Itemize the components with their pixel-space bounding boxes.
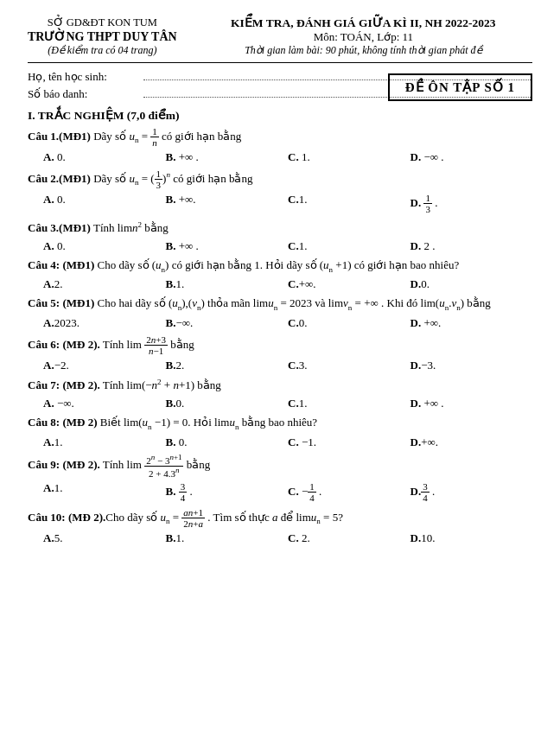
answer-10-d: D.10. bbox=[410, 531, 533, 545]
question-8: Câu 8: (MĐ 2) Biết lim(un −1) = 0. Hỏi l… bbox=[28, 415, 532, 433]
answer-10-b: B.1. bbox=[166, 531, 289, 545]
answer-10-a: A.5. bbox=[43, 531, 166, 545]
answer-7-c: C.1. bbox=[288, 397, 410, 410]
answer-2-c: C.1. bbox=[288, 193, 410, 214]
answers-7: A. −∞. B.0. C.1. D. +∞ . bbox=[43, 397, 532, 410]
answers-3: A. 0. B. +∞ . C.1. D. 2 . bbox=[43, 239, 532, 253]
question-7: Câu 7: (MĐ 2). Tính lim(−n2 + n+1) bằng bbox=[28, 377, 532, 394]
answer-8-d: D.+∞. bbox=[410, 435, 533, 449]
question-3: Câu 3.(MĐ1) Tính limn2 bằng bbox=[28, 219, 532, 237]
answer-2-b: B. +∞. bbox=[166, 193, 289, 214]
subject-info: Môn: TOÁN, Lớp: 11 bbox=[194, 30, 532, 44]
answer-7-b: B.0. bbox=[166, 397, 289, 410]
answer-6-a: A.−2. bbox=[43, 359, 166, 372]
question-5: Câu 5: (MĐ1) Cho hai dãy số (un),(vn) th… bbox=[28, 296, 532, 314]
answer-9-c: C. −14 . bbox=[288, 481, 410, 503]
school-name: TRƯỜNG THPT DUY TÂN bbox=[28, 29, 177, 44]
answers-5: A.2023. B.−∞. C.0. D. +∞. bbox=[43, 316, 532, 330]
answer-3-a: A. 0. bbox=[43, 239, 166, 253]
answer-5-b: B.−∞. bbox=[166, 316, 289, 330]
answer-2-d: D. 13 . bbox=[410, 193, 533, 214]
department-name: SỞ GD&ĐT KON TUM bbox=[28, 16, 177, 29]
answer-4-c: C.+∞. bbox=[288, 277, 410, 291]
answer-6-b: B.2. bbox=[166, 359, 289, 372]
answer-9-b: B. 34 . bbox=[166, 481, 289, 503]
answer-8-b: B. 0. bbox=[166, 435, 289, 449]
answers-6: A.−2. B.2. C.3. D.−3. bbox=[43, 359, 532, 372]
answer-4-a: A.2. bbox=[43, 277, 166, 291]
exam-title-header: KIỂM TRA, ĐÁNH GIÁ GIỮA KÌ II, NH 2022-2… bbox=[194, 16, 532, 30]
answer-4-d: D.0. bbox=[410, 277, 533, 291]
answer-5-d: D. +∞. bbox=[410, 316, 533, 330]
answers-9: A.1. B. 34 . C. −14 . D.34 . bbox=[43, 481, 532, 503]
answer-9-d: D.34 . bbox=[410, 481, 533, 503]
student-name-label: Họ, tên học sinh: bbox=[28, 70, 140, 84]
time-info: Thời gian làm bài: 90 phút, không tính t… bbox=[194, 44, 532, 57]
answer-9-a: A.1. bbox=[43, 481, 166, 503]
answer-5-a: A.2023. bbox=[43, 316, 166, 330]
answer-10-c: C. 2. bbox=[288, 531, 410, 545]
header-divider bbox=[28, 62, 532, 63]
answer-1-d: D. −∞ . bbox=[410, 150, 533, 164]
answer-3-c: C.1. bbox=[288, 239, 410, 253]
page-count: (Đề kiểm tra có 04 trang) bbox=[28, 44, 177, 57]
answer-6-c: C.3. bbox=[288, 359, 410, 372]
answer-3-b: B. +∞ . bbox=[166, 239, 289, 253]
answers-10: A.5. B.1. C. 2. D.10. bbox=[43, 531, 532, 545]
question-10: Câu 10: (MĐ 2).Cho dãy số un = an+12n+a … bbox=[28, 507, 532, 529]
student-section: Họ, tên học sinh: Số báo danh: ĐỀ ÔN TẬP… bbox=[28, 68, 532, 101]
student-id-label: Số báo danh: bbox=[28, 87, 140, 101]
answer-1-c: C. 1. bbox=[288, 150, 410, 164]
section-title: I. TRẮC NGHIỆM (7,0 điểm) bbox=[28, 108, 532, 123]
answer-7-a: A. −∞. bbox=[43, 397, 166, 410]
page-header: SỞ GD&ĐT KON TUM TRƯỜNG THPT DUY TÂN (Đề… bbox=[28, 16, 532, 57]
question-4: Câu 4: (MĐ1) Cho dãy số (un) có giới hạn… bbox=[28, 257, 532, 276]
answer-2-a: A. 0. bbox=[43, 193, 166, 214]
answers-8: A.1. B. 0. C. −1. D.+∞. bbox=[43, 435, 532, 449]
answer-5-c: C.0. bbox=[288, 316, 410, 330]
answer-7-d: D. +∞ . bbox=[410, 397, 533, 410]
answer-6-d: D.−3. bbox=[410, 359, 533, 372]
answers-1: A. 0. B. +∞ . C. 1. D. −∞ . bbox=[43, 150, 532, 164]
answer-1-a: A. 0. bbox=[43, 150, 166, 164]
answer-4-b: B.1. bbox=[166, 277, 289, 291]
answers-4: A.2. B.1. C.+∞. D.0. bbox=[43, 277, 532, 291]
answers-2: A. 0. B. +∞. C.1. D. 13 . bbox=[43, 193, 532, 214]
answer-3-d: D. 2 . bbox=[410, 239, 533, 253]
question-9: Câu 9: (MĐ 2). Tính lim 2n − 3n+12 + 4.3… bbox=[28, 454, 532, 479]
exam-box: ĐỀ ÔN TẬP SỐ 1 bbox=[388, 73, 532, 101]
exam-info: KIỂM TRA, ĐÁNH GIÁ GIỮA KÌ II, NH 2022-2… bbox=[177, 16, 532, 57]
question-6: Câu 6: (MĐ 2). Tính lim 2n+3n−1 bằng bbox=[28, 334, 532, 356]
question-1: Câu 1.(MĐ1) Dãy số un = 1n có giới hạn b… bbox=[28, 126, 532, 148]
answer-8-a: A.1. bbox=[43, 435, 166, 449]
school-info: SỞ GD&ĐT KON TUM TRƯỜNG THPT DUY TÂN (Đề… bbox=[28, 16, 177, 57]
answer-8-c: C. −1. bbox=[288, 435, 410, 449]
question-2: Câu 2.(MĐ1) Dãy số un = (13)n có giới hạ… bbox=[28, 168, 532, 190]
answer-1-b: B. +∞ . bbox=[166, 150, 289, 164]
